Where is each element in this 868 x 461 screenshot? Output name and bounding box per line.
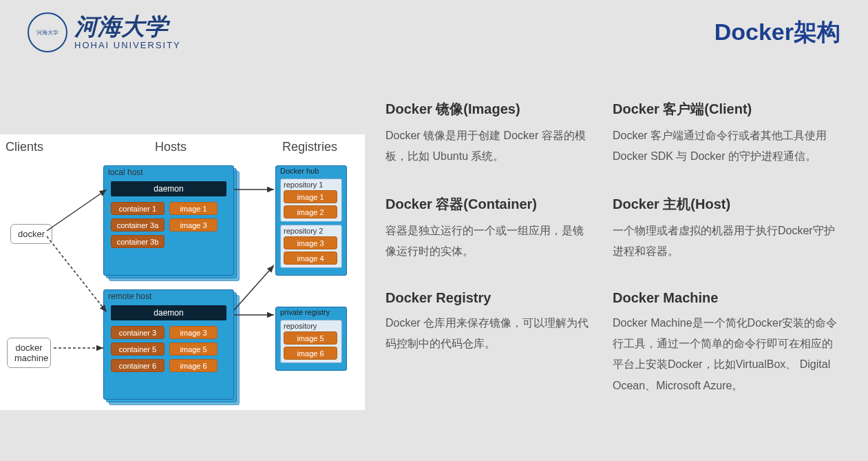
concept-heading: Docker 容器(Container)	[385, 195, 592, 214]
chip-image: image 4	[284, 252, 337, 265]
svg-line-1	[47, 236, 107, 312]
slide-title: Docker架构	[714, 17, 840, 48]
client-docker-box: docker	[10, 224, 52, 244]
concept-heading: Docker Registry	[385, 290, 592, 306]
svg-line-4	[234, 265, 274, 310]
concept-container: Docker 容器(Container) 容器是独立运行的一个或一组应用，是镜像…	[385, 195, 592, 263]
remote-host-card: remote host daemon container 3 container…	[103, 289, 234, 400]
repository-box: repository image 5 image 6	[280, 320, 342, 363]
chip-container: container 6	[111, 359, 165, 372]
logo-seal-text: 河海大学	[36, 29, 59, 37]
client-docker-machine-box: docker machine	[7, 338, 51, 368]
repository-title: repository 2	[284, 227, 323, 235]
chip-image: image 3	[284, 236, 337, 249]
university-logo: 河海大学 河海大学 HOHAI UNIVERSITY	[28, 12, 181, 52]
concept-body: Docker 客户端通过命令行或者其他工具使用 Docker SDK 与 Doc…	[613, 125, 840, 167]
concept-body: 一个物理或者虚拟的机器用于执行Docker守护进程和容器。	[613, 221, 840, 263]
chip-image: image 6	[284, 347, 337, 360]
docker-hub-box: Docker hub repository 1 image 1 image 2 …	[275, 165, 347, 276]
chip-container: container 3	[111, 326, 165, 339]
logo-seal-icon: 河海大学	[28, 12, 67, 52]
logo-text-block: 河海大学 HOHAI UNIVERSITY	[74, 15, 181, 50]
chip-image: image 3	[169, 218, 218, 232]
chip-image: image 1	[169, 202, 218, 215]
private-registry-box: private registry repository image 5 imag…	[275, 307, 347, 371]
chip-container: container 5	[111, 342, 165, 356]
local-host-card: local host daemon container 1 container …	[103, 165, 234, 276]
concept-body: 容器是独立运行的一个或一组应用，是镜像运行时的实体。	[385, 221, 592, 263]
local-daemon-bar: daemon	[111, 181, 226, 196]
concept-body: Docker Machine是一个简化Docker安装的命令行工具，通过一个简单…	[613, 313, 840, 397]
slide-header: 河海大学 河海大学 HOHAI UNIVERSITY Docker架构	[28, 12, 840, 52]
remote-host-title: remote host	[108, 291, 151, 301]
chip-image: image 1	[284, 190, 337, 203]
concept-heading: Docker Machine	[613, 290, 840, 306]
concept-registry: Docker Registry Docker 仓库用来保存镜像，可以理解为代码控…	[385, 290, 592, 397]
docker-hub-title: Docker hub	[280, 167, 319, 175]
concept-body: Docker 镜像是用于创建 Docker 容器的模板，比如 Ubuntu 系统…	[385, 125, 592, 167]
chip-image: image 5	[169, 342, 218, 356]
repository-title: repository	[284, 322, 317, 330]
remote-daemon-bar: daemon	[111, 305, 226, 320]
private-registry-title: private registry	[280, 308, 330, 316]
local-host-title: local host	[108, 167, 143, 177]
repository-box: repository 2 image 3 image 4	[280, 225, 342, 268]
chip-container: container 1	[111, 202, 165, 215]
concept-heading: Docker 镜像(Images)	[385, 100, 592, 119]
concepts-grid: Docker 镜像(Images) Docker 镜像是用于创建 Docker …	[385, 100, 854, 396]
concept-client: Docker 客户端(Client) Docker 客户端通过命令行或者其他工具…	[613, 100, 840, 167]
repository-box: repository 1 image 1 image 2	[280, 178, 342, 222]
concept-images: Docker 镜像(Images) Docker 镜像是用于创建 Docker …	[385, 100, 592, 167]
chip-image: image 2	[284, 205, 337, 218]
university-name-en: HOHAI UNIVERSITY	[74, 40, 181, 50]
svg-line-0	[47, 189, 107, 231]
concept-heading: Docker 主机(Host)	[613, 195, 840, 214]
col-header-registries: Registries	[282, 140, 337, 154]
chip-image: image 3	[169, 326, 218, 339]
concept-machine: Docker Machine Docker Machine是一个简化Docker…	[613, 290, 840, 397]
col-header-clients: Clients	[6, 140, 43, 154]
architecture-diagram: Clients Hosts Registries docker docker m…	[0, 134, 365, 410]
chip-container: container 3b	[111, 235, 165, 248]
concept-body: Docker 仓库用来保存镜像，可以理解为代码控制中的代码仓库。	[385, 313, 592, 355]
university-name-cn: 河海大学	[74, 15, 181, 39]
col-header-hosts: Hosts	[155, 140, 187, 154]
chip-container: container 3a	[111, 218, 165, 232]
concept-heading: Docker 客户端(Client)	[613, 100, 840, 119]
chip-image: image 6	[169, 359, 218, 372]
repository-title: repository 1	[284, 181, 323, 189]
concept-host: Docker 主机(Host) 一个物理或者虚拟的机器用于执行Docker守护进…	[613, 195, 840, 263]
chip-image: image 5	[284, 331, 337, 345]
